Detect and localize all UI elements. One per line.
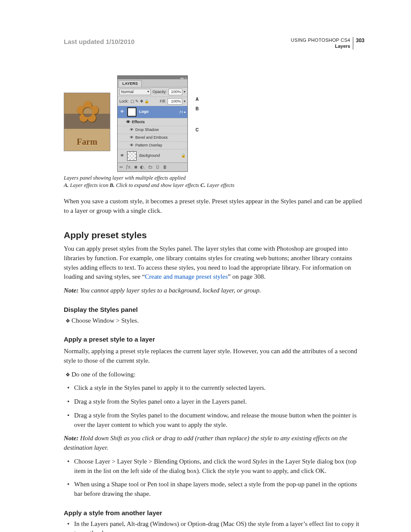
note: Note: You cannot apply layer styles to a… — [64, 286, 364, 296]
step-list: Do one of the following: — [64, 370, 364, 380]
page-number: 303 — [353, 37, 364, 44]
blend-mode-select: Normal▾ — [119, 89, 151, 95]
lock-icons: ▢ ✎ ✥ 🔒 — [131, 99, 149, 104]
trash-icon: 🗑 — [163, 164, 167, 171]
step-list: Choose Window > Styles. — [64, 316, 364, 326]
folder-icon: 🗀 — [148, 164, 153, 171]
callout-a: A — [196, 96, 199, 103]
effect-item: 👁Drop Shadow — [118, 126, 187, 134]
callout-b: B — [196, 106, 199, 112]
visibility-icon: 👁 — [119, 109, 125, 115]
body-paragraph: Normally, applying a preset style replac… — [64, 347, 364, 366]
bullet-list: Click a style in the Styles panel to app… — [64, 383, 364, 429]
fx-badge-icon: ƒx ▴ — [179, 109, 186, 115]
collapse-icon: ◂◂ × — [180, 76, 187, 81]
list-item: In the Layers panel, Alt-drag (Windows) … — [65, 520, 364, 532]
body-paragraph: When you save a custom style, it becomes… — [64, 197, 364, 216]
page-header: Last updated 1/10/2010 USING PHOTOSHOP C… — [64, 37, 364, 50]
lock-label: Lock: — [119, 99, 129, 104]
bullet-list: Choose Layer > Layer Style > Blending Op… — [64, 457, 364, 499]
list-item: Choose Window > Styles. — [65, 316, 364, 326]
opacity-arrow-icon: ▸ — [184, 89, 186, 94]
opacity-label: Opacity: — [153, 89, 167, 95]
note: Note: Hold down Shift as you click or dr… — [64, 434, 364, 453]
fill-arrow-icon: ▸ — [184, 99, 186, 104]
layer-row-logo: 👁 Logo ƒx ▴ — [118, 106, 187, 118]
layers-panel: ◂◂ × LAYERS Normal▾ Opacity: 100% ▸ Lock… — [117, 75, 188, 172]
caption-line2: A. Layer effects icon B. Click to expand… — [64, 182, 364, 189]
list-item: When using a Shape tool or Pen tool in s… — [65, 480, 364, 499]
figure: ✿ Farm ◂◂ × LAYERS Normal▾ Opacity: 100%… — [64, 75, 364, 190]
layer-row-background: 👁 Background 🔒 — [118, 149, 187, 162]
lock-icon: 🔒 — [181, 153, 186, 159]
header-right: USING PHOTOSHOP CS4 Layers 303 — [291, 37, 364, 50]
thumbnail-label: Farm — [64, 136, 110, 148]
link-create-manage-preset-styles[interactable]: Create and manage preset styles — [145, 273, 227, 280]
eye-icon: 👁 — [130, 135, 134, 140]
layer-thumb-icon — [127, 107, 137, 117]
caption-line1: Layers panel showing layer with multiple… — [64, 174, 364, 182]
list-item: Drag a style from the Styles panel to th… — [65, 411, 364, 430]
page: Last updated 1/10/2010 USING PHOTOSHOP C… — [0, 0, 411, 532]
new-icon: 🗋 — [156, 164, 160, 171]
figure-thumbnail: ✿ Farm — [64, 93, 110, 151]
figure-caption: Layers panel showing layer with multiple… — [64, 174, 364, 189]
visibility-icon: 👁 — [119, 153, 125, 159]
fill-label: Fill: — [160, 99, 166, 104]
list-item: Choose Layer > Layer Style > Blending Op… — [65, 457, 364, 476]
fx-icon: ƒx. — [126, 164, 131, 171]
header-section: Layers — [291, 43, 350, 49]
heading-apply-style-from-another-layer: Apply a style from another layer — [64, 508, 364, 518]
heading-apply-preset-styles: Apply preset styles — [64, 229, 364, 242]
eye-icon: 👁 — [130, 143, 134, 148]
layer-thumb-icon — [127, 151, 137, 161]
layer-name: Logo — [139, 109, 149, 115]
tree-icon: ✿ — [75, 97, 100, 127]
callout-c: C — [196, 127, 199, 134]
last-updated: Last updated 1/10/2010 — [64, 37, 134, 47]
mask-icon: ◙ — [134, 164, 137, 171]
effect-item: 👁Pattern Overlay — [118, 141, 187, 149]
list-item: Click a style in the Styles panel to app… — [65, 383, 364, 393]
effects-header: 👁Effects — [118, 118, 187, 126]
list-item: Drag a style from the Styles panel onto … — [65, 397, 364, 407]
link-icon: ⇔ — [119, 164, 123, 171]
doc-title: USING PHOTOSHOP CS4 — [291, 37, 350, 43]
list-item: Do one of the following: — [65, 370, 364, 380]
panel-footer: ⇔ ƒx. ◙ ◐. 🗀 🗋 🗑 — [118, 162, 187, 172]
body-paragraph: You can apply preset styles from the Sty… — [64, 244, 364, 282]
heading-display-styles-panel: Display the Styles panel — [64, 305, 364, 314]
adjust-icon: ◐. — [140, 164, 145, 171]
fill-value: 100% — [168, 98, 182, 105]
effect-item: 👁Bevel and Emboss — [118, 134, 187, 141]
opacity-value: 100% — [168, 89, 182, 95]
bullet-list: In the Layers panel, Alt-drag (Windows) … — [64, 520, 364, 532]
panel-tab: LAYERS — [118, 80, 142, 87]
heading-apply-preset-style-to-layer: Apply a preset style to a layer — [64, 335, 364, 344]
background-label: Background — [139, 153, 160, 159]
eye-icon: 👁 — [126, 119, 130, 125]
eye-icon: 👁 — [130, 127, 134, 133]
layers-panel-wrapper: ◂◂ × LAYERS Normal▾ Opacity: 100% ▸ Lock… — [117, 75, 188, 172]
